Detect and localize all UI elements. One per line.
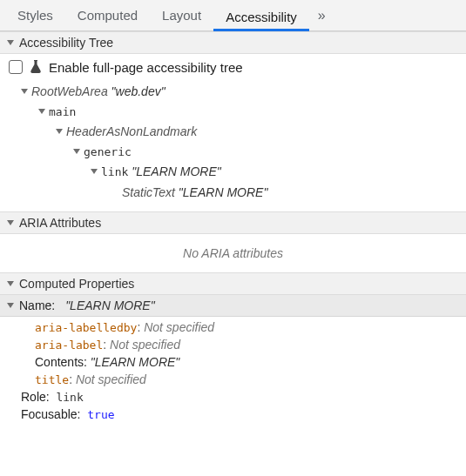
computed-value: "LEARN MORE"	[91, 355, 180, 369]
section-title: ARIA Attributes	[19, 216, 101, 230]
computed-focusable-row: Focusable: true	[0, 406, 466, 423]
tree-name: "web.dev"	[111, 82, 165, 103]
computed-attr: title	[35, 373, 69, 386]
caret-icon	[38, 109, 45, 114]
computed-properties-body: aria-labelledby: Not specified aria-labe…	[0, 317, 466, 432]
tree-role: link	[101, 163, 128, 182]
computed-attr: aria-label	[35, 339, 103, 352]
devtools-tabbar: Styles Computed Layout Accessibility »	[0, 0, 466, 31]
enable-fullpage-label: Enable full-page accessibility tree	[49, 60, 243, 75]
tree-role: generic	[84, 143, 132, 162]
accessibility-tree-body: Enable full-page accessibility tree Root…	[0, 54, 466, 211]
tab-styles[interactable]: Styles	[5, 0, 65, 31]
experiment-flask-icon	[30, 59, 42, 75]
tree-role: StaticText	[122, 183, 175, 204]
section-header-aria[interactable]: ARIA Attributes	[0, 211, 466, 234]
enable-fullpage-checkbox[interactable]	[9, 60, 23, 74]
tree-node-rootwebarea[interactable]: RootWebArea "web.dev"	[9, 82, 457, 103]
accessibility-tree: RootWebArea "web.dev" main HeaderAsNonLa…	[9, 82, 457, 203]
tab-layout[interactable]: Layout	[150, 0, 213, 31]
enable-fullpage-row: Enable full-page accessibility tree	[9, 59, 457, 75]
caret-icon	[21, 89, 28, 94]
computed-value: Not specified	[110, 338, 180, 352]
computed-row: Contents: "LEARN MORE"	[0, 353, 466, 371]
section-header-accessibility-tree[interactable]: Accessibility Tree	[0, 31, 466, 54]
tree-node-generic[interactable]: generic	[9, 143, 457, 162]
computed-value: Not specified	[144, 320, 214, 334]
tree-role: main	[49, 103, 76, 122]
computed-row: aria-label: Not specified	[0, 336, 466, 353]
section-title: Accessibility Tree	[19, 36, 113, 50]
computed-name-label: Name:	[19, 298, 55, 312]
caret-icon	[56, 129, 63, 134]
tree-role: HeaderAsNonLandmark	[66, 122, 197, 143]
caret-icon	[73, 149, 80, 154]
computed-name-value: "LEARN MORE"	[65, 298, 155, 312]
disclosure-triangle-icon	[7, 281, 14, 286]
computed-row: title: Not specified	[0, 371, 466, 388]
disclosure-triangle-icon	[7, 220, 14, 225]
computed-name-row[interactable]: Name: "LEARN MORE"	[0, 295, 466, 317]
computed-attr: Contents	[35, 355, 84, 369]
tab-accessibility[interactable]: Accessibility	[213, 0, 309, 31]
computed-value: Not specified	[76, 372, 146, 386]
tree-node-headerasnonlandmark[interactable]: HeaderAsNonLandmark	[9, 122, 457, 143]
computed-role-row: Role: link	[0, 388, 466, 406]
disclosure-triangle-icon	[7, 40, 14, 45]
tree-name: "LEARN MORE"	[179, 183, 268, 204]
disclosure-triangle-icon	[7, 303, 14, 308]
aria-empty-message: No ARIA attributes	[0, 234, 466, 272]
caret-icon	[91, 169, 98, 174]
section-header-computed[interactable]: Computed Properties	[0, 272, 466, 295]
computed-row: aria-labelledby: Not specified	[0, 318, 466, 336]
tree-name: "LEARN MORE"	[132, 162, 221, 183]
tab-computed[interactable]: Computed	[65, 0, 150, 31]
computed-attr: aria-labelledby	[35, 321, 137, 334]
tree-node-main[interactable]: main	[9, 103, 457, 122]
computed-role-value: link	[56, 391, 83, 404]
computed-focusable-label: Focusable:	[21, 407, 80, 421]
computed-role-label: Role:	[21, 390, 50, 404]
computed-focusable-value: true	[87, 408, 114, 421]
tabs-overflow-button[interactable]: »	[309, 8, 334, 23]
tree-node-statictext[interactable]: StaticText "LEARN MORE"	[9, 183, 457, 204]
tree-role: RootWebArea	[31, 82, 108, 103]
tree-node-link[interactable]: link "LEARN MORE"	[9, 162, 457, 183]
section-title: Computed Properties	[19, 277, 134, 291]
